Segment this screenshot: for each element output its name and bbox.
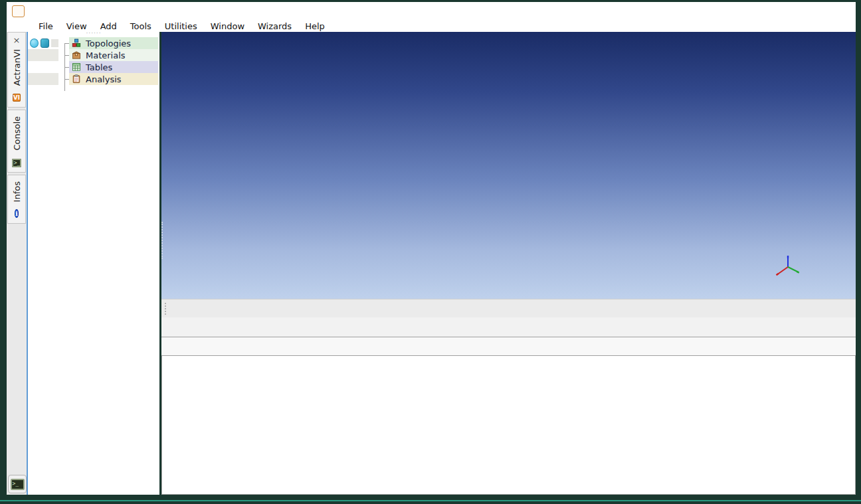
tree-item-topologies[interactable]: Topologies [28, 37, 159, 49]
dock-tab-label: Infos [12, 181, 22, 202]
tree-item-label: Analysis [86, 74, 122, 84]
materials-icon [71, 50, 82, 60]
close-icon[interactable]: × [13, 36, 21, 45]
app-icon [12, 5, 25, 17]
axis-triad-icon [767, 250, 809, 282]
bottom-accent-line [0, 500, 861, 501]
dock-tab-actranvi[interactable]: ×ActranVIVI [7, 32, 26, 108]
dock-tab-console[interactable]: Console>_ [7, 110, 26, 173]
console-launcher-button[interactable]: >_ [8, 475, 27, 493]
tree-gutter [28, 61, 58, 73]
blank-cell [51, 39, 58, 47]
viewport-3d[interactable] [161, 32, 856, 299]
menu-wizards[interactable]: Wizards [251, 21, 298, 31]
tree-item-label: Materials [86, 50, 126, 60]
topologies-icon [71, 38, 82, 48]
tree-item-block: Materials [69, 49, 158, 61]
tree-item-analysis[interactable]: Analysis [28, 73, 159, 85]
tree-gutter [28, 73, 58, 85]
tree-item-block: Tables [69, 61, 158, 73]
tree-item-block: Analysis [69, 73, 158, 85]
dock-tab-label: ActranVI [12, 49, 22, 86]
model-tree-panel: ······ TopologiesMaterialsTablesAnalysis [28, 32, 159, 495]
menu-utilities[interactable]: Utilities [158, 21, 204, 31]
menu-file[interactable]: File [32, 21, 60, 31]
sphere-topology-icon [30, 39, 39, 48]
info-icon: i [15, 206, 19, 218]
terminal-icon: >_ [11, 479, 25, 490]
left-dock: ×ActranVIVIConsole>_Infosi [7, 32, 27, 495]
tree-gutter [28, 37, 58, 49]
meshing-tools-content [161, 356, 856, 495]
viewport-splitter-handle[interactable] [161, 222, 165, 259]
main-tab-bar [161, 317, 856, 337]
viewport-toolbar [161, 299, 856, 317]
dock-tab-infos[interactable]: Infosi [7, 175, 26, 224]
menu-tools[interactable]: Tools [124, 21, 158, 31]
toolbar-drag-handle[interactable] [165, 303, 169, 315]
tree-item-tables[interactable]: Tables [28, 61, 159, 73]
menu-help[interactable]: Help [298, 21, 332, 31]
dock-tab-label: Console [12, 116, 22, 151]
cube-topology-icon [41, 39, 49, 48]
vi-icon: VI [13, 90, 21, 102]
tree-item-label: Tables [86, 62, 112, 72]
analysis-icon [71, 74, 82, 84]
tree-item-materials[interactable]: Materials [28, 49, 159, 61]
tree-gutter [28, 49, 58, 61]
menu-window[interactable]: Window [204, 21, 251, 31]
sub-tab-bar [161, 337, 856, 356]
title-bar [7, 2, 856, 20]
tables-icon [71, 62, 82, 72]
tree-item-block: Topologies [69, 37, 158, 49]
tree-drag-handle[interactable]: ······ [28, 32, 159, 36]
terminal-icon: >_ [12, 155, 22, 167]
tree-item-label: Topologies [86, 39, 131, 48]
tree-rows: TopologiesMaterialsTablesAnalysis [28, 37, 159, 85]
menu-bar: FileViewAddToolsUtilitiesWindowWizardsHe… [7, 20, 856, 32]
